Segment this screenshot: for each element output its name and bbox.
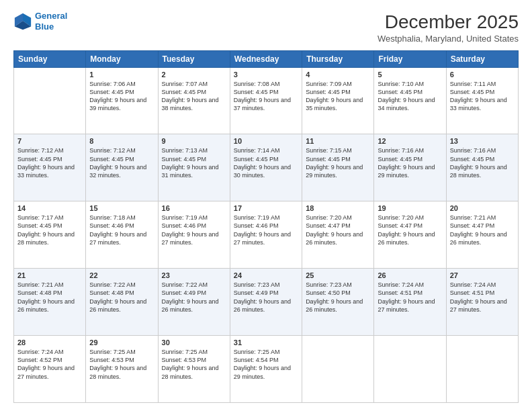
day-number: 28: [17, 338, 82, 347]
calendar-cell: [14, 67, 86, 134]
cell-info: Sunrise: 7:23 AMSunset: 4:50 PMDaylight:…: [306, 281, 370, 314]
col-header-friday: Friday: [374, 50, 446, 67]
calendar-cell: 6Sunrise: 7:11 AMSunset: 4:45 PMDaylight…: [446, 67, 518, 134]
cell-info: Sunrise: 7:08 AMSunset: 4:45 PMDaylight:…: [234, 80, 298, 113]
calendar-cell: 18Sunrise: 7:20 AMSunset: 4:47 PMDayligh…: [302, 201, 374, 269]
cell-info: Sunrise: 7:12 AMSunset: 4:45 PMDaylight:…: [89, 146, 154, 179]
col-header-thursday: Thursday: [302, 50, 374, 67]
main-title: December 2025: [378, 11, 519, 34]
calendar-cell: 17Sunrise: 7:19 AMSunset: 4:46 PMDayligh…: [230, 201, 302, 269]
calendar-cell: 25Sunrise: 7:23 AMSunset: 4:50 PMDayligh…: [302, 269, 374, 336]
day-number: 17: [234, 204, 298, 212]
day-number: 21: [17, 271, 82, 279]
calendar-cell: 1Sunrise: 7:06 AMSunset: 4:45 PMDaylight…: [86, 67, 158, 134]
cell-info: Sunrise: 7:07 AMSunset: 4:45 PMDaylight:…: [162, 80, 226, 113]
day-number: 10: [234, 137, 298, 145]
day-number: 30: [162, 338, 226, 347]
calendar-cell: 2Sunrise: 7:07 AMSunset: 4:45 PMDaylight…: [158, 67, 230, 134]
day-number: 1: [89, 71, 154, 79]
cell-info: Sunrise: 7:06 AMSunset: 4:45 PMDaylight:…: [89, 80, 154, 113]
day-number: 7: [17, 137, 82, 145]
calendar-cell: 13Sunrise: 7:16 AMSunset: 4:45 PMDayligh…: [446, 134, 518, 201]
calendar-cell: 23Sunrise: 7:22 AMSunset: 4:49 PMDayligh…: [158, 269, 230, 336]
col-header-saturday: Saturday: [446, 50, 518, 67]
day-number: 4: [306, 71, 370, 79]
day-number: 25: [306, 271, 370, 279]
day-number: 27: [450, 271, 515, 279]
calendar-cell: [446, 336, 518, 403]
cell-info: Sunrise: 7:20 AMSunset: 4:47 PMDaylight:…: [306, 214, 370, 246]
cell-info: Sunrise: 7:22 AMSunset: 4:49 PMDaylight:…: [162, 281, 226, 314]
calendar-cell: 29Sunrise: 7:25 AMSunset: 4:53 PMDayligh…: [86, 336, 158, 403]
calendar-cell: 30Sunrise: 7:25 AMSunset: 4:53 PMDayligh…: [158, 336, 230, 403]
day-number: 16: [162, 204, 226, 212]
day-number: 26: [378, 271, 442, 279]
calendar-cell: 31Sunrise: 7:25 AMSunset: 4:54 PMDayligh…: [230, 336, 302, 403]
calendar-cell: 11Sunrise: 7:15 AMSunset: 4:45 PMDayligh…: [302, 134, 374, 201]
day-number: 2: [162, 71, 226, 79]
cell-info: Sunrise: 7:18 AMSunset: 4:46 PMDaylight:…: [89, 214, 154, 246]
day-number: 5: [378, 71, 442, 79]
day-number: 14: [17, 204, 82, 212]
subtitle: Westphalia, Maryland, United States: [378, 34, 519, 44]
day-number: 12: [378, 137, 442, 145]
cell-info: Sunrise: 7:11 AMSunset: 4:45 PMDaylight:…: [450, 80, 515, 113]
calendar-cell: 7Sunrise: 7:12 AMSunset: 4:45 PMDaylight…: [14, 134, 86, 201]
calendar-cell: [302, 336, 374, 403]
calendar-cell: 10Sunrise: 7:14 AMSunset: 4:45 PMDayligh…: [230, 134, 302, 201]
cell-info: Sunrise: 7:16 AMSunset: 4:45 PMDaylight:…: [450, 146, 515, 179]
calendar-table: SundayMondayTuesdayWednesdayThursdayFrid…: [13, 50, 519, 403]
calendar-cell: 28Sunrise: 7:24 AMSunset: 4:52 PMDayligh…: [14, 336, 86, 403]
calendar-cell: 16Sunrise: 7:19 AMSunset: 4:46 PMDayligh…: [158, 201, 230, 269]
calendar-cell: 24Sunrise: 7:23 AMSunset: 4:49 PMDayligh…: [230, 269, 302, 336]
page: General Blue December 2025 Westphalia, M…: [0, 0, 532, 411]
cell-info: Sunrise: 7:21 AMSunset: 4:48 PMDaylight:…: [17, 281, 82, 314]
cell-info: Sunrise: 7:17 AMSunset: 4:45 PMDaylight:…: [17, 214, 82, 246]
day-number: 8: [89, 137, 154, 145]
cell-info: Sunrise: 7:24 AMSunset: 4:52 PMDaylight:…: [17, 348, 82, 381]
calendar-cell: 14Sunrise: 7:17 AMSunset: 4:45 PMDayligh…: [14, 201, 86, 269]
calendar-cell: 4Sunrise: 7:09 AMSunset: 4:45 PMDaylight…: [302, 67, 374, 134]
title-block: December 2025 Westphalia, Maryland, Unit…: [378, 11, 519, 44]
cell-info: Sunrise: 7:23 AMSunset: 4:49 PMDaylight:…: [234, 281, 298, 314]
col-header-wednesday: Wednesday: [230, 50, 302, 67]
day-number: 11: [306, 137, 370, 145]
calendar-cell: 22Sunrise: 7:22 AMSunset: 4:48 PMDayligh…: [86, 269, 158, 336]
calendar-cell: 12Sunrise: 7:16 AMSunset: 4:45 PMDayligh…: [374, 134, 446, 201]
cell-info: Sunrise: 7:19 AMSunset: 4:46 PMDaylight:…: [162, 214, 226, 246]
day-number: 9: [162, 137, 226, 145]
day-number: 19: [378, 204, 442, 212]
col-header-monday: Monday: [86, 50, 158, 67]
header: General Blue December 2025 Westphalia, M…: [13, 11, 519, 44]
cell-info: Sunrise: 7:24 AMSunset: 4:51 PMDaylight:…: [378, 281, 442, 314]
day-number: 18: [306, 204, 370, 212]
day-number: 29: [89, 338, 154, 347]
cell-info: Sunrise: 7:21 AMSunset: 4:47 PMDaylight:…: [450, 214, 515, 246]
calendar-cell: 8Sunrise: 7:12 AMSunset: 4:45 PMDaylight…: [86, 134, 158, 201]
cell-info: Sunrise: 7:19 AMSunset: 4:46 PMDaylight:…: [234, 214, 298, 246]
day-number: 24: [234, 271, 298, 279]
day-number: 31: [234, 338, 298, 347]
cell-info: Sunrise: 7:25 AMSunset: 4:53 PMDaylight:…: [89, 348, 154, 381]
calendar-cell: 26Sunrise: 7:24 AMSunset: 4:51 PMDayligh…: [374, 269, 446, 336]
calendar-cell: 19Sunrise: 7:20 AMSunset: 4:47 PMDayligh…: [374, 201, 446, 269]
col-header-tuesday: Tuesday: [158, 50, 230, 67]
cell-info: Sunrise: 7:10 AMSunset: 4:45 PMDaylight:…: [378, 80, 442, 113]
logo-text: General Blue: [35, 11, 67, 32]
calendar-cell: 3Sunrise: 7:08 AMSunset: 4:45 PMDaylight…: [230, 67, 302, 134]
calendar-cell: 9Sunrise: 7:13 AMSunset: 4:45 PMDaylight…: [158, 134, 230, 201]
calendar-cell: 5Sunrise: 7:10 AMSunset: 4:45 PMDaylight…: [374, 67, 446, 134]
cell-info: Sunrise: 7:22 AMSunset: 4:48 PMDaylight:…: [89, 281, 154, 314]
cell-info: Sunrise: 7:20 AMSunset: 4:47 PMDaylight:…: [378, 214, 442, 246]
cell-info: Sunrise: 7:15 AMSunset: 4:45 PMDaylight:…: [306, 146, 370, 179]
cell-info: Sunrise: 7:12 AMSunset: 4:45 PMDaylight:…: [17, 146, 82, 179]
cell-info: Sunrise: 7:09 AMSunset: 4:45 PMDaylight:…: [306, 80, 370, 113]
calendar-cell: [374, 336, 446, 403]
logo: General Blue: [13, 11, 67, 32]
cell-info: Sunrise: 7:16 AMSunset: 4:45 PMDaylight:…: [378, 146, 442, 179]
day-number: 15: [89, 204, 154, 212]
day-number: 22: [89, 271, 154, 279]
cell-info: Sunrise: 7:14 AMSunset: 4:45 PMDaylight:…: [234, 146, 298, 179]
cell-info: Sunrise: 7:25 AMSunset: 4:54 PMDaylight:…: [234, 348, 298, 381]
logo-icon: [13, 12, 32, 31]
